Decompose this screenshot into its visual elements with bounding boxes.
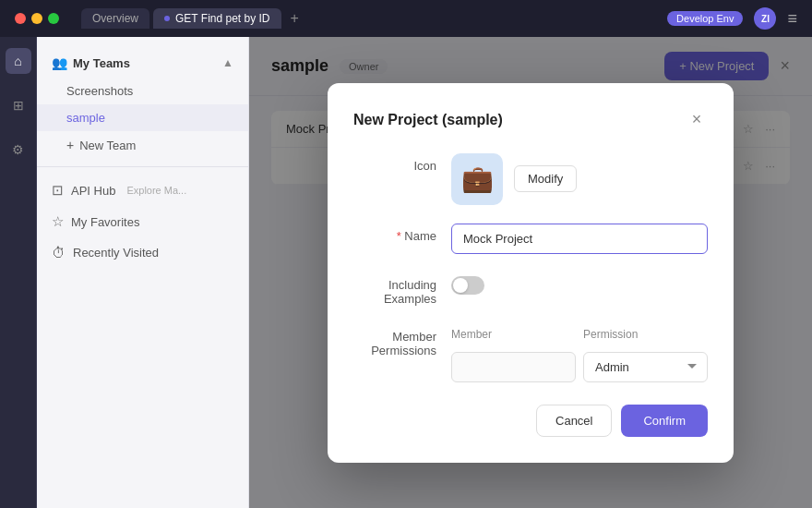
chevron-up-icon: ▲	[222, 56, 233, 69]
tab-active-dot	[164, 16, 170, 21]
name-control	[451, 224, 708, 254]
maximize-button[interactable]	[48, 13, 59, 24]
my-teams-label: My Teams	[73, 56, 130, 70]
recently-visited-icon: ⏱	[52, 245, 66, 260]
strip-home-icon[interactable]: ⌂	[6, 48, 31, 74]
tab-overview-label: Overview	[92, 12, 138, 25]
permission-header: Permission	[583, 324, 708, 345]
name-label: Name	[353, 224, 436, 243]
api-hub-icon: ⊡	[52, 182, 64, 199]
name-form-row: Name	[353, 224, 708, 254]
divider	[37, 166, 248, 167]
sample-label: sample	[66, 111, 105, 125]
name-input[interactable]	[451, 224, 708, 254]
modal-title: New Project (sample)	[353, 112, 503, 128]
sidebar-item-new-team[interactable]: + New Team	[37, 131, 248, 159]
tab-overview[interactable]: Overview	[81, 8, 149, 29]
toggle-container	[451, 272, 708, 295]
close-button[interactable]	[15, 13, 26, 24]
modal-header: New Project (sample) ×	[353, 109, 708, 131]
screenshots-label: Screenshots	[66, 84, 133, 98]
icon-display: 💼 Modify	[451, 153, 708, 205]
traffic-lights	[15, 13, 59, 24]
icon-emoji: 💼	[461, 163, 494, 194]
icon-strip: ⌂ ⊞ ⚙	[0, 37, 37, 508]
strip-grid-icon[interactable]: ⊞	[6, 92, 31, 118]
cancel-button[interactable]: Cancel	[536, 405, 612, 437]
modal-footer: Cancel Confirm	[353, 405, 708, 437]
modal-overlay: New Project (sample) × Icon 💼 Modify	[249, 37, 812, 508]
permissions-label: Member Permissions	[353, 324, 436, 357]
examples-control	[451, 272, 708, 295]
title-bar: Overview GET Find pet by ID + Develop En…	[0, 0, 812, 37]
examples-label: Including Examples	[353, 272, 436, 306]
favorites-icon: ☆	[52, 213, 64, 230]
plus-icon: +	[66, 138, 74, 152]
permission-select[interactable]: Admin Editor Viewer	[583, 352, 708, 382]
modify-icon-button[interactable]: Modify	[514, 165, 577, 192]
modal-dialog: New Project (sample) × Icon 💼 Modify	[328, 83, 734, 463]
examples-toggle[interactable]	[451, 276, 484, 295]
favorites-label: My Favorites	[71, 215, 139, 229]
permissions-form-row: Member Permissions Member Permission Adm…	[353, 324, 708, 382]
member-header: Member	[451, 324, 576, 345]
sidebar-nav-api-hub[interactable]: ⊡ API Hub Explore Ma...	[37, 175, 248, 206]
avatar[interactable]: ZI	[754, 7, 776, 30]
tab-get-find-pet[interactable]: GET Find pet by ID	[153, 8, 281, 29]
api-hub-label: API Hub	[71, 184, 115, 198]
minimize-button[interactable]	[31, 13, 42, 24]
sidebar-nav-favorites[interactable]: ☆ My Favorites	[37, 206, 248, 237]
menu-icon[interactable]: ≡	[787, 9, 797, 29]
sidebar-item-sample[interactable]: sample	[37, 104, 248, 131]
add-tab-button[interactable]: +	[285, 10, 304, 27]
examples-form-row: Including Examples	[353, 272, 708, 306]
member-input[interactable]	[451, 352, 576, 382]
my-teams-header[interactable]: 👥 My Teams ▲	[37, 48, 248, 78]
header-right: Develop Env ZI ≡	[667, 7, 797, 30]
main-layout: ⌂ ⊞ ⚙ 👥 My Teams ▲ Screenshots sample + …	[0, 37, 812, 508]
api-hub-sublabel: Explore Ma...	[126, 185, 186, 196]
teams-icon: 👥	[52, 55, 67, 70]
permissions-control: Member Permission Admin Editor Viewer	[451, 324, 708, 382]
new-team-label: New Team	[79, 139, 136, 152]
tab-get-find-pet-label: GET Find pet by ID	[175, 12, 270, 25]
recently-visited-label: Recently Visited	[73, 246, 159, 260]
icon-preview: 💼	[451, 153, 503, 205]
confirm-button[interactable]: Confirm	[621, 405, 708, 437]
tab-bar: Overview GET Find pet by ID +	[81, 8, 660, 29]
sidebar: 👥 My Teams ▲ Screenshots sample + New Te…	[37, 37, 249, 508]
icon-control: 💼 Modify	[451, 153, 708, 205]
env-badge[interactable]: Develop Env	[667, 11, 743, 26]
permissions-grid: Member Permission Admin Editor Viewer	[451, 324, 708, 382]
icon-form-row: Icon 💼 Modify	[353, 153, 708, 205]
strip-settings-icon[interactable]: ⚙	[6, 137, 31, 163]
sidebar-nav-recently-visited[interactable]: ⏱ Recently Visited	[37, 237, 248, 268]
content-area: sample Owner + New Project × Mock Projec…	[249, 37, 812, 508]
sidebar-item-screenshots[interactable]: Screenshots	[37, 78, 248, 104]
icon-label: Icon	[353, 153, 436, 173]
modal-close-button[interactable]: ×	[686, 109, 708, 131]
